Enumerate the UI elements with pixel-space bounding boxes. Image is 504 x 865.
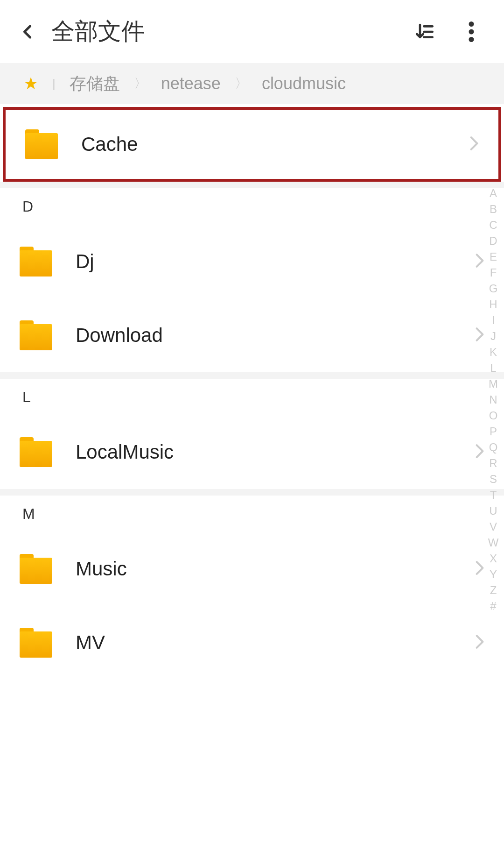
alpha-item[interactable]: F xyxy=(486,266,500,279)
chevron-right-icon xyxy=(475,444,484,461)
breadcrumb-divider: | xyxy=(52,77,56,91)
alpha-item[interactable]: M xyxy=(486,377,500,390)
folder-icon xyxy=(20,437,52,467)
breadcrumb-item-netease[interactable]: netease xyxy=(161,74,221,93)
folder-icon xyxy=(20,247,52,277)
chevron-right-icon xyxy=(475,327,484,344)
svg-point-5 xyxy=(469,37,474,42)
alpha-item[interactable]: C xyxy=(486,219,500,232)
alpha-item[interactable]: W xyxy=(486,536,500,549)
more-button[interactable] xyxy=(457,18,485,46)
chevron-right-icon xyxy=(469,136,479,153)
alpha-item[interactable]: L xyxy=(486,362,500,375)
breadcrumb: ★ | 存储盘 〉 netease 〉 cloudmusic xyxy=(0,63,504,104)
folder-name: Cache xyxy=(81,133,469,156)
alpha-item[interactable]: U xyxy=(486,504,500,518)
alpha-item[interactable]: G xyxy=(486,282,500,295)
alpha-item[interactable]: X xyxy=(486,552,500,565)
back-button[interactable] xyxy=(14,18,42,46)
alpha-item[interactable]: Q xyxy=(486,441,500,454)
chevron-right-icon xyxy=(475,634,484,651)
folder-row-mv[interactable]: MV xyxy=(0,606,504,680)
alpha-item[interactable]: Z xyxy=(486,584,500,597)
section-header-m: M xyxy=(0,496,504,532)
alpha-item[interactable]: J xyxy=(486,330,500,343)
sort-button[interactable] xyxy=(411,18,439,46)
section-gap xyxy=(0,372,504,379)
chevron-right-icon: 〉 xyxy=(235,75,248,92)
folder-name: Dj xyxy=(76,250,475,273)
folder-row-download[interactable]: Download xyxy=(0,298,504,372)
alpha-item[interactable]: # xyxy=(486,600,500,613)
svg-point-3 xyxy=(469,21,474,27)
alpha-item[interactable]: S xyxy=(486,473,500,486)
folder-name: LocalMusic xyxy=(76,441,475,463)
alpha-item[interactable]: K xyxy=(486,346,500,359)
chevron-right-icon xyxy=(475,560,484,577)
back-icon xyxy=(20,21,36,43)
alpha-item[interactable]: Y xyxy=(486,568,500,581)
alpha-item[interactable]: B xyxy=(486,203,500,216)
folder-name: MV xyxy=(76,631,475,654)
star-icon[interactable]: ★ xyxy=(23,74,38,93)
header-actions xyxy=(411,18,490,46)
alpha-item[interactable]: R xyxy=(486,457,500,470)
sort-icon xyxy=(415,22,434,41)
folder-row-localmusic[interactable]: LocalMusic xyxy=(0,415,504,489)
alpha-item[interactable]: P xyxy=(486,425,500,438)
folder-row-cache[interactable]: Cache xyxy=(6,110,498,179)
highlighted-folder-row: Cache xyxy=(3,107,501,182)
alpha-item[interactable]: I xyxy=(486,314,500,327)
section-header-l: L xyxy=(0,379,504,415)
alpha-item[interactable]: H xyxy=(486,298,500,311)
alpha-item[interactable]: V xyxy=(486,520,500,533)
folder-name: Music xyxy=(76,558,475,580)
folder-icon xyxy=(20,320,52,350)
folder-icon xyxy=(20,554,52,584)
folder-icon xyxy=(25,129,58,159)
page-title: 全部文件 xyxy=(51,16,411,47)
alpha-item[interactable]: D xyxy=(486,234,500,248)
svg-point-4 xyxy=(469,29,474,34)
alpha-item[interactable]: A xyxy=(486,187,500,200)
section-gap xyxy=(0,489,504,496)
section-header-d: D xyxy=(0,188,504,225)
alpha-item[interactable]: E xyxy=(486,250,500,263)
section-gap xyxy=(0,182,504,188)
folder-row-dj[interactable]: Dj xyxy=(0,225,504,298)
chevron-right-icon: 〉 xyxy=(134,75,147,92)
alpha-item[interactable]: O xyxy=(486,409,500,422)
folder-icon xyxy=(20,628,52,658)
chevron-right-icon xyxy=(475,253,484,270)
alpha-index[interactable]: A B C D E F G H I J K L M N O P Q R S T … xyxy=(486,187,500,613)
breadcrumb-item-cloudmusic[interactable]: cloudmusic xyxy=(262,74,346,93)
more-vertical-icon xyxy=(469,21,474,42)
alpha-item[interactable]: N xyxy=(486,393,500,406)
alpha-item[interactable]: T xyxy=(486,489,500,502)
folder-row-music[interactable]: Music xyxy=(0,532,504,606)
folder-name: Download xyxy=(76,324,475,347)
breadcrumb-item-storage[interactable]: 存储盘 xyxy=(70,72,120,95)
header: 全部文件 xyxy=(0,0,504,63)
